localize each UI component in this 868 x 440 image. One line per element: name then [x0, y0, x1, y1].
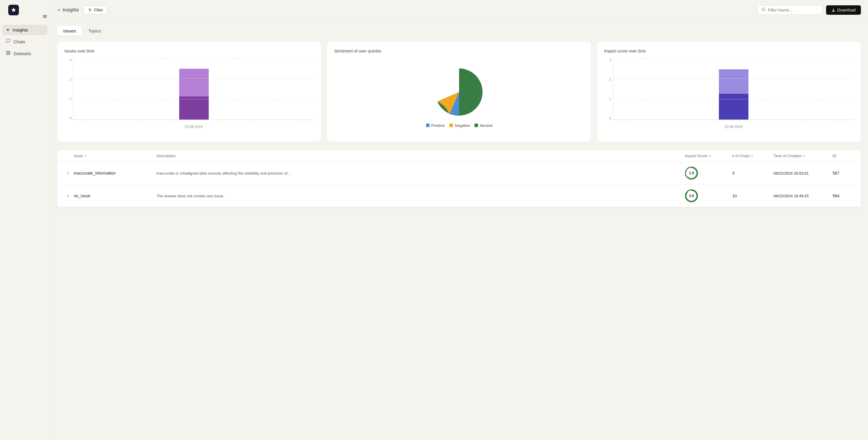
sidebar-item-chats[interactable]: Chats — [2, 36, 48, 47]
sidebar-item-label: Insights — [13, 27, 28, 32]
svg-rect-0 — [43, 15, 47, 15]
filter-label: Filter — [94, 8, 103, 12]
pie-wrap: Positive Negative Neutral — [334, 58, 584, 135]
chevron-right-icon — [66, 171, 70, 175]
table-header: Issue ⇅ Description Impact Score ⇅ # of … — [57, 150, 861, 162]
chats-col-label: # of Chats — [732, 154, 750, 158]
impact-x-label: 22-08-2024 — [613, 125, 854, 129]
legend-neutral: Neutral — [474, 123, 492, 128]
sort-icon-issue: ⇅ — [84, 154, 87, 158]
col-header-impact[interactable]: Impact Score ⇅ — [685, 154, 732, 158]
page-title: ✦ Insights — [57, 7, 79, 13]
col-header-time[interactable]: Time of Creation ⇅ — [774, 154, 833, 158]
y-label-0: 0 — [64, 116, 71, 120]
sort-icon-chats: ⇅ — [751, 154, 753, 158]
legend-positive: Positive — [426, 123, 445, 128]
filter-button[interactable]: Filter — [84, 6, 107, 14]
row-expand-1[interactable] — [62, 171, 74, 175]
row-impact-1: 1.9 — [685, 167, 732, 179]
y-axis-labels: 3 2 1 0 — [64, 58, 71, 120]
bar-segment-top — [179, 69, 209, 96]
sidebar-item-insights[interactable]: ✦ Insights — [2, 25, 48, 35]
datasets-icon — [6, 50, 11, 56]
impact-score-value-2: 2.6 — [686, 191, 696, 201]
sidebar-item-datasets[interactable]: Datasets — [2, 48, 48, 59]
y-label-1: 1 — [64, 97, 71, 101]
app-logo — [8, 5, 19, 15]
col-header-issue[interactable]: Issue ⇅ — [74, 154, 156, 158]
svg-rect-1 — [43, 16, 47, 17]
time-col-label: Time of Creation — [774, 154, 802, 158]
sentiment-title: Sentiment of user queries — [334, 49, 584, 54]
header: ✦ Insights Filter — [50, 0, 868, 20]
svg-rect-2 — [43, 18, 47, 18]
neutral-dot — [474, 124, 478, 127]
chats-icon — [6, 39, 11, 44]
issues-over-time-title: Issues over time — [64, 49, 314, 54]
row-issue-name-1: inaccurate_information — [74, 171, 156, 175]
svg-line-10 — [764, 10, 765, 11]
issues-table: Issue ⇅ Description Impact Score ⇅ # of … — [57, 150, 861, 207]
negative-dot — [450, 124, 453, 127]
impact-bar-bottom — [719, 94, 748, 120]
row-description-2: The answer does not contain any issue. — [156, 194, 685, 198]
x-axis-label: 22-08-2024 — [73, 125, 314, 129]
table-row: no_issue The answer does not contain any… — [57, 184, 861, 207]
tab-topics[interactable]: Topics — [82, 26, 107, 36]
positive-label: Positive — [431, 123, 445, 128]
sidebar-toggle-button[interactable] — [41, 13, 49, 20]
svg-rect-4 — [6, 53, 10, 54]
col-header-description: Description — [156, 154, 685, 158]
header-right: Download — [757, 5, 861, 15]
negative-label: Negative — [455, 123, 470, 128]
col-header-expand — [62, 154, 74, 158]
search-box — [757, 5, 823, 14]
logo-icon — [11, 7, 17, 13]
tab-issues[interactable]: Issues — [57, 26, 82, 36]
sort-icon-time: ⇅ — [803, 154, 805, 158]
impact-score-card: Impact score over time 3 2 1 0 — [597, 42, 861, 142]
filter-name-input[interactable] — [768, 8, 819, 12]
impact-bar-top — [719, 69, 748, 94]
filter-icon — [88, 8, 92, 12]
neutral-label: Neutral — [480, 123, 492, 128]
impact-bar-stack — [719, 58, 748, 120]
insights-icon: ✦ — [6, 27, 10, 33]
bar-segment-bottom — [179, 96, 209, 120]
col-header-chats[interactable]: # of Chats ⇅ — [732, 154, 774, 158]
row-impact-2: 2.6 — [685, 189, 732, 202]
impact-badge-1: 1.9 — [685, 167, 698, 179]
download-label: Download — [837, 8, 856, 12]
row-id-1: 567 — [833, 171, 856, 175]
svg-rect-5 — [6, 54, 10, 55]
content-area: Issues Topics Issues over time 3 2 1 0 — [50, 20, 868, 440]
issue-col-label: Issue — [74, 154, 83, 158]
sentiment-card: Sentiment of user queries — [327, 42, 591, 142]
tabs-row: Issues Topics — [57, 26, 861, 36]
impact-score-title: Impact score over time — [604, 49, 854, 54]
page-title-text: Insights — [63, 7, 79, 13]
y-label-3: 3 — [64, 58, 71, 62]
impact-y-axis: 3 2 1 0 — [604, 58, 611, 120]
pie-chart — [433, 65, 486, 119]
header-left: ✦ Insights Filter — [57, 6, 107, 14]
positive-dot — [426, 124, 430, 127]
bar-chart-area — [73, 58, 314, 120]
pie-legend: Positive Negative Neutral — [426, 123, 492, 128]
sidebar: ✦ Insights Chats Datasets — [0, 0, 50, 440]
legend-negative: Negative — [450, 123, 470, 128]
sidebar-nav: ✦ Insights Chats Datasets — [0, 25, 50, 59]
row-chats-2: 10 — [732, 194, 774, 198]
download-button[interactable]: Download — [826, 5, 861, 15]
svg-rect-3 — [6, 51, 10, 52]
impact-col-label: Impact Score — [685, 154, 708, 158]
row-chats-1: 3 — [732, 171, 774, 175]
y-label-2: 2 — [64, 77, 71, 81]
issues-over-time-card: Issues over time 3 2 1 0 — [57, 42, 321, 142]
sidebar-item-label: Chats — [13, 39, 25, 44]
main-content: ✦ Insights Filter — [50, 0, 868, 440]
chevron-right-icon — [66, 194, 70, 198]
impact-score-value-1: 1.9 — [686, 168, 696, 178]
row-expand-2[interactable] — [62, 194, 74, 198]
search-icon — [762, 7, 766, 12]
